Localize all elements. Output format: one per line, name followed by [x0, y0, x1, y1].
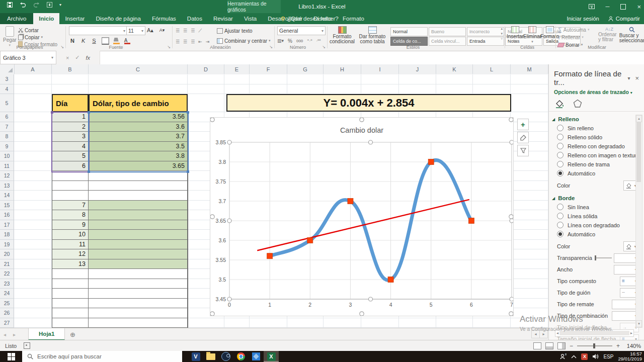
grid-cell-C24[interactable] — [89, 289, 188, 299]
grid-cell-B6[interactable]: 1 — [52, 112, 89, 122]
tell-me-box[interactable]: ⚲ ¿Qué desea hacer? — [276, 16, 344, 22]
grid-cell-C6[interactable]: 3.56 — [89, 112, 188, 122]
page-layout-view-icon[interactable] — [545, 342, 553, 349]
grid-cell-A11[interactable] — [14, 161, 52, 171]
chart-area-handle[interactable] — [509, 118, 513, 122]
ribbon-tab[interactable]: Inicio — [33, 13, 59, 24]
taskbar-v-app[interactable]: V — [188, 351, 203, 362]
chart-area-handle[interactable] — [360, 312, 364, 316]
row-header-23[interactable]: 23 — [0, 279, 14, 289]
grid-cell-B13[interactable] — [52, 181, 89, 191]
grid-cell-C5[interactable]: Dólar, tipo de cambio — [89, 94, 188, 112]
grid-cell-B15[interactable]: 7 — [52, 201, 89, 211]
grid-cell-M22[interactable] — [511, 269, 548, 279]
sort-filter-button[interactable]: A↓Z Ordenar y filtrar — [598, 27, 620, 42]
grid-cell-C13[interactable] — [89, 181, 188, 191]
sheet-tab-hoja1[interactable]: Hoja1 — [28, 328, 65, 340]
border-option[interactable]: Automático — [557, 231, 644, 237]
number-format-combo[interactable]: General▾ — [277, 26, 326, 35]
grid-cell-D27[interactable] — [188, 318, 224, 328]
grid-cell-B5[interactable]: Día — [52, 94, 89, 112]
data-point-marker-6[interactable] — [468, 218, 474, 224]
row-header-9[interactable]: 9 — [0, 142, 14, 152]
grid-cell-A20[interactable] — [14, 249, 52, 259]
row-header-20[interactable]: 20 — [0, 249, 14, 259]
column-header-C[interactable]: C — [89, 64, 188, 74]
row-header-5[interactable]: 5 — [0, 94, 14, 112]
taskbar-file-explorer[interactable] — [203, 351, 218, 362]
grid-cell-B7[interactable]: 2 — [52, 122, 89, 132]
grid-cell-C25[interactable] — [89, 299, 188, 309]
macro-record-icon[interactable] — [24, 342, 30, 349]
grid-cell-C10[interactable]: 3.8 — [89, 151, 188, 161]
ribbon-tab[interactable]: Datos — [182, 13, 208, 24]
hscroll-thumb[interactable] — [559, 331, 629, 335]
page-break-view-icon[interactable] — [557, 342, 566, 349]
styles-gallery-more-icon[interactable]: ▿ — [501, 37, 503, 41]
grid-cell-A8[interactable] — [14, 132, 52, 142]
grid-cell-A24[interactable] — [14, 289, 52, 299]
grid-cell-M8[interactable] — [511, 132, 548, 142]
row-header-12[interactable]: 12 — [0, 171, 14, 181]
find-select-button[interactable]: Buscar y seleccionar — [620, 27, 643, 43]
data-point-marker-3[interactable] — [348, 199, 353, 204]
grid-cell-M18[interactable] — [511, 230, 548, 240]
grid-cell-A23[interactable] — [14, 279, 52, 289]
row-header-3[interactable]: 3 — [0, 74, 14, 84]
format-as-table-button[interactable]: Dar formato como tabla — [358, 26, 387, 44]
start-button[interactable] — [0, 351, 22, 362]
hscroll-left-icon[interactable]: ◂ — [531, 330, 540, 338]
grid-cell-M23[interactable] — [511, 279, 548, 289]
grid-cell-A7[interactable] — [14, 122, 52, 132]
grid-cell-B14[interactable] — [52, 191, 89, 201]
font-size-combo[interactable]: 11▾ — [126, 26, 145, 35]
row-header-14[interactable]: 14 — [0, 191, 14, 201]
bold-button[interactable]: N — [69, 38, 76, 44]
column-header-E[interactable]: E — [224, 64, 250, 74]
grid-cell-B16[interactable]: 8 — [52, 210, 89, 220]
grid-cell-C27[interactable] — [89, 318, 188, 328]
grid-cell-G3[interactable] — [287, 74, 324, 84]
grid-cell-G27[interactable] — [287, 318, 324, 328]
grid-cell-M14[interactable] — [511, 191, 548, 201]
grid-cell-B17[interactable]: 9 — [52, 220, 89, 230]
grid-cell-E4[interactable] — [224, 84, 250, 95]
alignment-dialog-launcher[interactable]: ↘ — [269, 45, 273, 49]
series-line[interactable] — [270, 160, 471, 280]
autosum-button[interactable]: ∑ Autosuma▾ — [558, 26, 589, 33]
ribbon-tab[interactable]: Vista — [238, 13, 262, 24]
increase-decimal-icon[interactable]: ⁺·⁰ — [307, 39, 312, 43]
grid-cell-C19[interactable] — [89, 240, 188, 250]
plot-area-handle[interactable] — [369, 140, 373, 144]
scroll-down-icon[interactable]: ▾ — [636, 320, 642, 327]
styles-scroll-up-icon[interactable]: ▴ — [501, 27, 503, 31]
grid-cell-A16[interactable] — [14, 210, 52, 220]
grid-cell-B23[interactable] — [52, 279, 89, 289]
grid-cell-A19[interactable] — [14, 240, 52, 250]
column-header-B[interactable]: B — [52, 64, 89, 74]
pane-menu-icon[interactable]: ▾ — [627, 75, 630, 81]
styles-scroll-down-icon[interactable]: ▾ — [501, 32, 503, 36]
grid-cell-M3[interactable] — [511, 74, 548, 84]
merge-center-button[interactable]: Combinar y centrar▾ — [217, 37, 271, 44]
zoom-out-icon[interactable]: − — [570, 342, 573, 349]
grid-cell-M10[interactable] — [511, 151, 548, 161]
pane-close-icon[interactable]: × — [635, 74, 639, 82]
grid-cell-M25[interactable] — [511, 299, 548, 309]
plot-area-handle[interactable] — [227, 219, 231, 223]
data-point-marker-5[interactable] — [428, 159, 434, 165]
alert-icon[interactable]: X — [581, 353, 588, 360]
chart-styles-button[interactable] — [517, 132, 529, 143]
pane-subtitle[interactable]: Opciones de áreas de trazado ▾ — [549, 86, 644, 95]
increase-font-icon[interactable]: A▴ — [145, 27, 155, 34]
grid-cell-A27[interactable] — [14, 318, 52, 328]
grid-cell-B20[interactable]: 12 — [52, 249, 89, 259]
delete-cells-button[interactable]: Eliminar▾ — [523, 26, 541, 44]
grid-cell-A17[interactable] — [14, 220, 52, 230]
column-header-D[interactable]: D — [188, 64, 224, 74]
border-section-header[interactable]: ◢Borde — [552, 195, 644, 201]
increase-indent-icon[interactable]: ⇥ — [206, 39, 210, 44]
sheet-nav-left-icon[interactable]: ◂ — [0, 328, 10, 340]
font-color-icon[interactable]: A — [124, 38, 130, 44]
row-header-10[interactable]: 10 — [0, 151, 14, 161]
